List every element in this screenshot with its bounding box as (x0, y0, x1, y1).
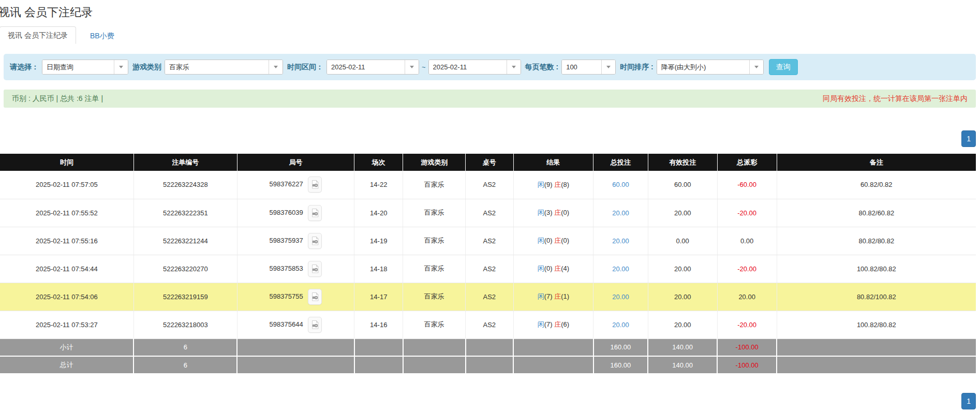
total-valid-bet: 140.00 (648, 356, 717, 374)
video-replay-icon[interactable] (308, 177, 322, 193)
total-bet-link[interactable]: 20.00 (612, 209, 629, 217)
search-button[interactable]: 查询 (769, 59, 798, 75)
video-replay-icon[interactable] (308, 233, 322, 249)
total-bet-cell: 20.00 (593, 311, 648, 339)
table-no-cell: AS2 (466, 311, 513, 339)
date-from-picker[interactable] (326, 60, 419, 75)
bet-time-cell: 2025-02-11 07:55:16 (0, 227, 133, 255)
date-to-picker[interactable] (428, 60, 521, 75)
column-header: 场次 (354, 154, 403, 171)
bet-id-cell: 522263219159 (133, 283, 237, 311)
subtotal-row: 小计 6 160.00 140.00 -100.00 (0, 339, 976, 356)
game-type-cell: 百家乐 (403, 171, 466, 199)
page-1-button[interactable]: 1 (961, 130, 976, 147)
result-cell: 闲(9) 庄(8) (513, 171, 593, 199)
game-type-select[interactable] (165, 60, 283, 75)
column-header: 有效投注 (648, 154, 717, 171)
notice-text: 同局有效投注，统一计算在该局第一张注单内 (823, 94, 968, 104)
query-type-value[interactable] (42, 60, 114, 74)
game-type-value[interactable] (165, 60, 269, 74)
total-bet-cell: 20.00 (593, 227, 648, 255)
subtotal-valid-bet: 140.00 (648, 339, 717, 356)
note-cell: 80.82/60.82 (777, 199, 976, 227)
total-row: 总计 6 160.00 140.00 -100.00 (0, 356, 976, 374)
note-cell: 80.82/80.82 (777, 227, 976, 255)
session-cell: 14-20 (354, 199, 403, 227)
round-id-cell: 598376227 (237, 171, 354, 199)
video-replay-icon[interactable] (308, 261, 322, 277)
video-replay-icon[interactable] (308, 317, 322, 333)
subtotal-label: 小计 (0, 339, 133, 356)
bet-id-cell: 522263221244 (133, 227, 237, 255)
pagination-top: 1 (0, 130, 980, 147)
table-header-row: 时间注单编号局号场次游戏类别桌号结果总投注有效投注总派彩备注 (0, 154, 976, 171)
table-no-cell: AS2 (466, 171, 513, 199)
total-bet-link[interactable]: 20.00 (612, 293, 629, 301)
subtotal-total-bet: 160.00 (593, 339, 648, 356)
round-id-cell: 598375755 (237, 283, 354, 311)
payout-cell: -20.00 (717, 199, 777, 227)
table-row: 2025-02-11 07:55:16 522263221244 5983759… (0, 227, 976, 255)
chevron-down-icon[interactable] (507, 60, 521, 74)
total-count: 6 (133, 356, 237, 374)
total-bet-cell: 20.00 (593, 283, 648, 311)
result-cell: 闲(3) 庄(0) (513, 199, 593, 227)
tab-bb-tips[interactable]: BB小费 (82, 27, 122, 44)
date-range-label: 时间区间： (287, 63, 323, 72)
sort-order-value[interactable] (657, 60, 749, 74)
payout-cell: -20.00 (717, 311, 777, 339)
total-total-bet: 160.00 (593, 356, 648, 374)
column-header: 总派彩 (717, 154, 777, 171)
sort-order-select[interactable] (657, 60, 764, 75)
valid-bet-cell: 60.00 (648, 171, 717, 199)
table-no-cell: AS2 (466, 255, 513, 283)
chevron-down-icon[interactable] (269, 60, 283, 74)
bet-id-cell: 522263224328 (133, 171, 237, 199)
page-title: 视讯 会员下注纪录 (0, 0, 980, 20)
payout-cell: -20.00 (717, 255, 777, 283)
bet-id-cell: 522263222351 (133, 199, 237, 227)
total-bet-link[interactable]: 20.00 (612, 321, 629, 329)
note-cell: 100.82/80.82 (777, 311, 976, 339)
video-replay-icon[interactable] (308, 289, 322, 305)
bet-id-cell: 522263220270 (133, 255, 237, 283)
page-1-button[interactable]: 1 (961, 393, 976, 409)
page-size-value[interactable] (562, 60, 601, 74)
round-id-cell: 598376039 (237, 199, 354, 227)
tab-bar: 视讯 会员下注纪录 BB小费 (0, 27, 980, 44)
valid-bet-cell: 20.00 (648, 311, 717, 339)
total-bet-link[interactable]: 60.00 (612, 181, 629, 188)
table-no-cell: AS2 (466, 283, 513, 311)
total-bet-link[interactable]: 20.00 (612, 237, 629, 245)
chevron-down-icon[interactable] (405, 60, 419, 74)
notice-bar: 币别 : 人民币 | 总共 :6 注单 | 同局有效投注，统一计算在该局第一张注… (4, 90, 976, 108)
table-no-cell: AS2 (466, 199, 513, 227)
table-row: 2025-02-11 07:54:06 522263219159 5983757… (0, 283, 976, 311)
payout-cell: -60.00 (717, 171, 777, 199)
valid-bet-cell: 20.00 (648, 283, 717, 311)
round-id-cell: 598375937 (237, 227, 354, 255)
date-to-value[interactable] (429, 60, 507, 74)
total-bet-link[interactable]: 20.00 (612, 265, 629, 273)
table-no-cell: AS2 (466, 227, 513, 255)
bet-time-cell: 2025-02-11 07:54:06 (0, 283, 133, 311)
round-id-cell: 598375853 (237, 255, 354, 283)
chevron-down-icon[interactable] (601, 60, 615, 74)
table-summary: 小计 6 160.00 140.00 -100.00 总计 6 160.00 1… (0, 339, 976, 374)
sort-order-label: 时间排序 : (620, 63, 654, 72)
query-type-select[interactable] (42, 60, 128, 75)
page-size-select[interactable] (561, 60, 616, 75)
table-row: 2025-02-11 07:55:52 522263222351 5983760… (0, 199, 976, 227)
payout-cell: 20.00 (717, 283, 777, 311)
game-type-cell: 百家乐 (403, 199, 466, 227)
pagination-bottom: 1 (0, 393, 980, 409)
bet-id-cell: 522263218003 (133, 311, 237, 339)
note-cell: 60.82/0.82 (777, 171, 976, 199)
filter-bar: 请选择： 游戏类别 时间区间： ~ 每页笔数 : 时间排序 : 查询 (4, 54, 976, 80)
chevron-down-icon[interactable] (749, 60, 763, 74)
chevron-down-icon[interactable] (114, 60, 128, 74)
video-replay-icon[interactable] (308, 205, 322, 221)
total-bet-cell: 20.00 (593, 255, 648, 283)
tab-betting-records[interactable]: 视讯 会员下注纪录 (0, 26, 76, 44)
date-from-value[interactable] (327, 60, 405, 74)
